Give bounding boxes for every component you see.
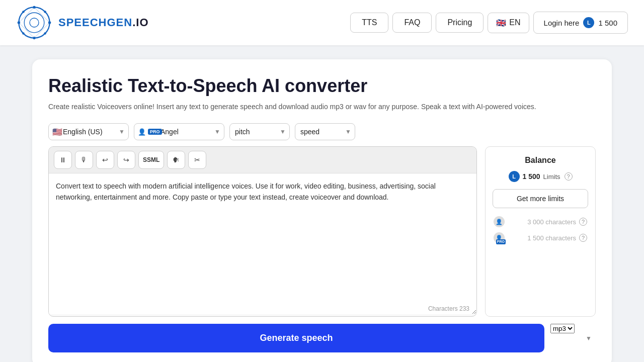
- logo[interactable]: SPEECHGEN.IO: [16, 5, 149, 41]
- voice-insert-button[interactable]: 🎙: [75, 151, 93, 169]
- voice-profile-button[interactable]: 🗣: [167, 151, 185, 169]
- toolbar: ⏸ 🎙 ↩ ↪ SSML 🗣 ✂: [49, 147, 476, 173]
- pro-mini-badge: PRO: [496, 239, 506, 244]
- flag-icon: 🇬🇧: [496, 18, 506, 28]
- limit-row-standard: 👤 3 000 characters ?: [493, 216, 588, 227]
- header: SPEECHGEN.IO TTS FAQ Pricing 🇬🇧 EN Login…: [0, 0, 644, 45]
- svg-point-7: [44, 11, 46, 13]
- generate-speech-button[interactable]: Generate speech: [48, 324, 544, 352]
- page-title: Realistic Text-to-Speech AI converter: [48, 75, 596, 97]
- ssml-button[interactable]: SSML: [138, 151, 164, 169]
- format-dropdown-icon: ▼: [586, 335, 592, 342]
- logo-text: SPEECHGEN.IO: [58, 16, 149, 29]
- balance-panel: Balance L 1 500 Limits ? Get more limits…: [485, 146, 596, 317]
- pro-chars-value: 1 500 characters: [527, 234, 576, 242]
- format-select-wrap: mp3 wav ▼: [550, 324, 596, 352]
- redo-button[interactable]: ↪: [117, 151, 135, 169]
- pricing-nav-button[interactable]: Pricing: [436, 13, 484, 33]
- pitch-select-wrap: pitch low medium high ▼: [229, 123, 290, 140]
- format-select[interactable]: mp3 wav: [550, 324, 575, 333]
- svg-point-9: [22, 32, 25, 35]
- lang-label: EN: [509, 18, 520, 27]
- pro-chars: 1 500 characters ?: [527, 234, 587, 242]
- speed-select[interactable]: speed slow normal fast: [295, 123, 355, 140]
- main-card: Realistic Text-to-Speech AI converter Cr…: [32, 59, 612, 362]
- page-subtitle: Create realistic Voiceovers online! Inse…: [48, 102, 596, 112]
- balance-limits-label: Limits: [543, 173, 560, 180]
- svg-point-1: [24, 13, 44, 33]
- pro-user-icon: 👤 PRO: [494, 232, 505, 243]
- svg-point-10: [22, 11, 25, 13]
- scissors-button[interactable]: ✂: [188, 151, 206, 169]
- balance-help-icon[interactable]: ?: [565, 172, 573, 180]
- language-select-wrap: 🇺🇸 English (US) English (UK) Spanish Fre…: [48, 123, 129, 140]
- svg-point-8: [44, 32, 46, 35]
- balance-amount: 1 500: [523, 172, 540, 180]
- standard-chars-value: 3 000 characters: [527, 218, 576, 226]
- logo-icon: [16, 5, 52, 41]
- tts-nav-button[interactable]: TTS: [350, 13, 388, 33]
- get-more-limits-button[interactable]: Get more limits: [493, 189, 588, 208]
- lang-selector[interactable]: 🇬🇧 EN: [488, 13, 529, 33]
- voice-select[interactable]: Angel John Sarah Michael: [134, 123, 224, 140]
- svg-point-2: [30, 18, 39, 27]
- char-count: Characters 233: [428, 305, 469, 312]
- controls-row: 🇺🇸 English (US) English (UK) Spanish Fre…: [48, 123, 596, 140]
- editor-wrap: ⏸ 🎙 ↩ ↪ SSML 🗣 ✂ Convert text to speech …: [48, 146, 477, 317]
- balance-title: Balance: [493, 156, 588, 165]
- login-label: Login here: [544, 19, 580, 27]
- standard-user-icon: 👤: [494, 216, 505, 227]
- faq-nav-button[interactable]: FAQ: [392, 13, 432, 33]
- speed-select-wrap: speed slow normal fast ▼: [295, 123, 355, 140]
- char-count-label: Characters: [428, 305, 458, 312]
- balance-limits-row: L 1 500 Limits ?: [493, 171, 588, 182]
- undo-button[interactable]: ↩: [96, 151, 114, 169]
- balance-coin-icon: L: [509, 171, 520, 182]
- limit-row-pro: 👤 PRO 1 500 characters ?: [493, 232, 588, 243]
- language-select[interactable]: English (US) English (UK) Spanish French…: [48, 123, 129, 140]
- pitch-select[interactable]: pitch low medium high: [229, 123, 290, 140]
- nav: TTS FAQ Pricing 🇬🇧 EN Login here L 1 500: [350, 12, 628, 34]
- login-button[interactable]: Login here L 1 500: [533, 12, 628, 34]
- standard-chars: 3 000 characters ?: [527, 218, 587, 226]
- bottom-row: Generate speech mp3 wav ▼: [48, 324, 596, 352]
- login-coin-icon: L: [583, 17, 594, 28]
- editor-sidebar: ⏸ 🎙 ↩ ↪ SSML 🗣 ✂ Convert text to speech …: [48, 146, 596, 317]
- voice-select-wrap: 👤 PRO Angel John Sarah Michael ▼: [134, 123, 224, 140]
- pro-help-icon[interactable]: ?: [579, 234, 587, 242]
- pause-button[interactable]: ⏸: [54, 151, 72, 169]
- standard-help-icon[interactable]: ?: [579, 218, 587, 226]
- login-credits: 1 500: [598, 19, 617, 27]
- main-textarea[interactable]: Convert text to speech with modern artif…: [49, 173, 476, 314]
- char-count-value: 233: [459, 305, 469, 312]
- textarea-wrap: Convert text to speech with modern artif…: [49, 173, 476, 316]
- main-content: Realistic Text-to-Speech AI converter Cr…: [20, 45, 624, 362]
